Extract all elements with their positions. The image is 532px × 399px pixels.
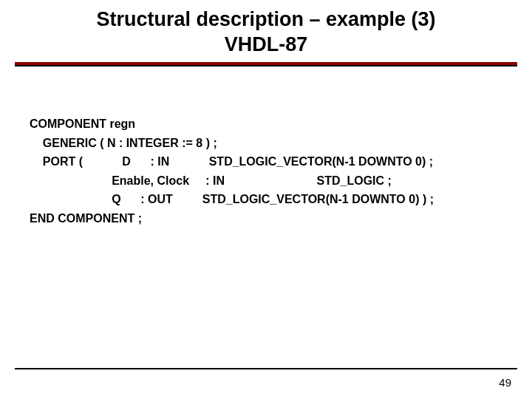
code-line: END COMPONENT ; (30, 212, 142, 225)
title-underline (15, 62, 517, 66)
title-line-2: VHDL-87 (0, 33, 532, 58)
code-line: PORT ( D : IN STD_LOGIC_VECTOR(N-1 DOWNT… (30, 155, 433, 168)
slide-title: Structural description – example (3) VHD… (0, 0, 532, 58)
code-line: COMPONENT regn (30, 117, 135, 130)
title-line-1: Structural description – example (3) (0, 7, 532, 33)
slide: Structural description – example (3) VHD… (0, 0, 532, 399)
page-number: 49 (499, 376, 511, 389)
footer-rule (15, 368, 517, 369)
code-line: GENERIC ( N : INTEGER := 8 ) ; (30, 137, 217, 149)
code-block: COMPONENT regn GENERIC ( N : INTEGER := … (30, 115, 434, 228)
code-line: Enable, Clock : IN STD_LOGIC ; (30, 174, 392, 187)
code-line: Q : OUT STD_LOGIC_VECTOR(N-1 DOWNTO 0) )… (30, 193, 434, 205)
